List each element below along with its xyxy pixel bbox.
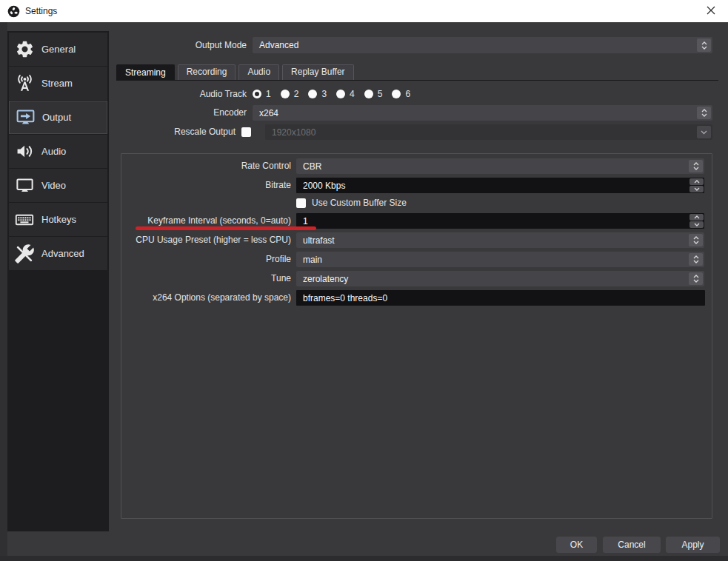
spin-down-icon[interactable]: [689, 186, 704, 192]
bitrate-label: Bitrate: [126, 178, 291, 193]
rescale-resolution-select[interactable]: 1920x1080: [265, 124, 712, 140]
settings-window: Settings General: [0, 0, 728, 561]
keyboard-icon: [13, 208, 36, 232]
keyframe-interval-spinbox[interactable]: 1: [296, 213, 704, 229]
x264-options-value: bframes=0 threads=0: [303, 290, 387, 306]
sidebar-item-advanced[interactable]: Advanced: [9, 237, 107, 270]
sidebar-item-label: Hotkeys: [41, 214, 76, 225]
bitrate-value: 2000 Kbps: [303, 178, 345, 193]
spin-down-icon[interactable]: [689, 221, 704, 228]
sidebar-item-stream[interactable]: Stream: [9, 67, 107, 100]
broadcast-icon: [13, 72, 36, 95]
settings-category-list: General Stream: [7, 31, 109, 531]
output-mode-select[interactable]: Advanced: [253, 37, 712, 53]
encoder-label: Encoder: [118, 105, 247, 121]
cpu-preset-label: CPU Usage Preset (higher = less CPU): [122, 232, 291, 248]
window-bottom-edge: [0, 556, 728, 561]
cancel-button[interactable]: Cancel: [603, 537, 661, 553]
sidebar-item-video[interactable]: Video: [9, 169, 107, 202]
display-icon: [13, 174, 36, 198]
sidebar-item-label: Video: [41, 180, 66, 191]
sidebar-item-output[interactable]: Output: [9, 101, 107, 134]
radio-track-1[interactable]: 1: [253, 89, 271, 99]
encoder-select[interactable]: x264: [253, 105, 712, 121]
sidebar-item-label: Stream: [41, 78, 73, 89]
speaker-icon: [13, 140, 36, 164]
sidebar-item-hotkeys[interactable]: Hotkeys: [9, 203, 107, 236]
x264-options-input[interactable]: bframes=0 threads=0: [296, 290, 705, 306]
profile-label: Profile: [126, 252, 291, 267]
radio-icon: [281, 90, 290, 98]
radio-label: 2: [294, 89, 299, 99]
monitor-arrow-icon: [13, 106, 37, 130]
radio-track-2[interactable]: 2: [281, 89, 299, 99]
radio-icon: [364, 90, 373, 98]
sidebar-item-general[interactable]: General: [9, 33, 107, 66]
spin-up-icon[interactable]: [689, 178, 704, 185]
radio-track-4[interactable]: 4: [336, 89, 355, 99]
x264-options-label: x264 Options (separated by space): [122, 290, 291, 306]
radio-track-6[interactable]: 6: [392, 89, 410, 99]
annotation-red-underline: [136, 226, 316, 230]
radio-icon: [392, 90, 401, 98]
chevron-up-down-icon[interactable]: [697, 38, 711, 52]
radio-track-3[interactable]: 3: [308, 89, 327, 99]
tab-replay-buffer[interactable]: Replay Buffer: [282, 64, 354, 80]
sidebar-item-label: General: [41, 44, 76, 55]
sidebar-item-label: Audio: [41, 146, 66, 157]
radio-label: 4: [350, 89, 355, 99]
chevron-up-down-icon[interactable]: [697, 107, 711, 119]
obs-logo-icon: [7, 5, 20, 18]
rate-control-label: Rate Control: [126, 158, 291, 174]
chevron-down-icon[interactable]: [697, 126, 711, 138]
radio-track-5[interactable]: 5: [364, 89, 383, 99]
sidebar-item-audio[interactable]: Audio: [9, 135, 107, 168]
tune-label: Tune: [126, 271, 291, 286]
radio-label: 6: [405, 89, 410, 99]
radio-icon: [336, 90, 345, 98]
custom-buffer-label: Use Custom Buffer Size: [312, 198, 407, 208]
cpu-preset-value: ultrafast: [303, 232, 335, 248]
spin-up-icon[interactable]: [689, 214, 704, 221]
profile-value: main: [303, 252, 322, 267]
rate-control-value: CBR: [303, 158, 321, 174]
cpu-preset-select[interactable]: ultrafast: [296, 232, 704, 248]
bitrate-spinbox[interactable]: 2000 Kbps: [296, 178, 704, 193]
chevron-up-down-icon[interactable]: [689, 253, 703, 266]
output-tabs: Streaming Recording Audio Replay Buffer: [116, 64, 354, 80]
close-icon: [707, 6, 715, 17]
use-custom-buffer-checkbox-row[interactable]: Use Custom Buffer Size: [296, 198, 407, 208]
profile-select[interactable]: main: [296, 252, 704, 267]
output-mode-label: Output Mode: [118, 37, 247, 53]
rate-control-select[interactable]: CBR: [296, 158, 704, 174]
apply-button[interactable]: Apply: [666, 537, 720, 553]
title-bar: Settings: [0, 0, 728, 22]
gear-icon: [13, 38, 36, 61]
tab-streaming[interactable]: Streaming: [116, 64, 175, 80]
output-mode-value: Advanced: [259, 37, 298, 53]
window-left-edge: [0, 22, 7, 561]
tune-select[interactable]: zerolatency: [296, 271, 704, 286]
radio-label: 5: [378, 89, 383, 99]
rescale-output-label: Rescale Output: [118, 124, 236, 140]
tab-audio[interactable]: Audio: [238, 64, 279, 80]
chevron-up-down-icon[interactable]: [689, 272, 703, 285]
radio-label: 1: [266, 89, 271, 99]
radio-label: 3: [321, 89, 327, 99]
rescale-output-checkbox[interactable]: [241, 127, 251, 137]
encoder-value: x264: [259, 105, 278, 121]
audio-track-label: Audio Track: [118, 88, 247, 100]
custom-buffer-checkbox: [296, 198, 306, 208]
encoder-settings-group: [121, 153, 712, 519]
chevron-up-down-icon[interactable]: [689, 234, 703, 246]
chevron-up-down-icon[interactable]: [689, 160, 703, 172]
sidebar-item-label: Output: [42, 112, 71, 123]
tab-recording[interactable]: Recording: [178, 64, 236, 80]
close-button[interactable]: [694, 0, 728, 22]
audio-track-radios: 1 2 3 4 5 6: [253, 88, 410, 100]
ok-button[interactable]: OK: [556, 537, 597, 553]
crossed-tools-icon: [13, 242, 36, 266]
radio-icon: [308, 90, 317, 98]
window-title: Settings: [25, 6, 57, 16]
spinbox-buttons: [689, 178, 704, 192]
